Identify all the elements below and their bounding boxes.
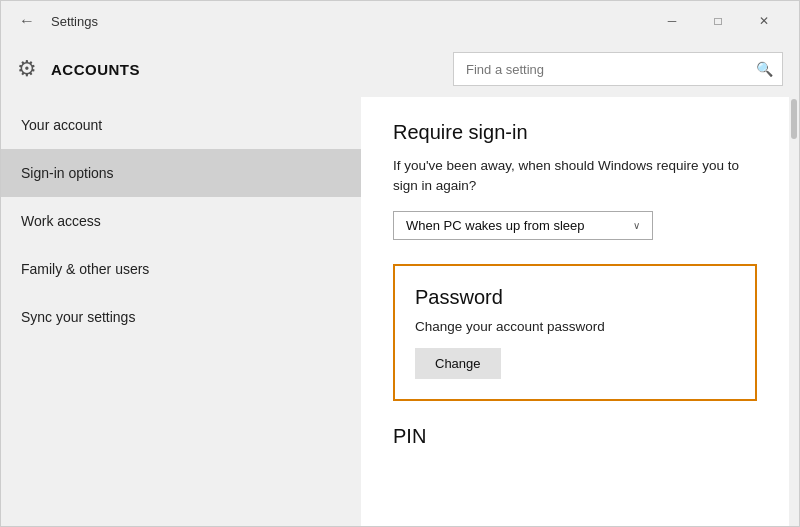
accounts-title: ACCOUNTS	[51, 61, 140, 78]
sleep-dropdown-value: When PC wakes up from sleep	[406, 218, 584, 233]
change-password-button[interactable]: Change	[415, 348, 501, 379]
sidebar-item-your-account[interactable]: Your account	[1, 101, 361, 149]
password-desc: Change your account password	[415, 319, 735, 334]
sidebar-item-work-access[interactable]: Work access	[1, 197, 361, 245]
require-signin-title: Require sign-in	[393, 121, 757, 144]
title-bar-title: Settings	[51, 14, 98, 29]
back-button[interactable]: ←	[13, 10, 41, 32]
main-area: Your account Sign-in options Work access…	[1, 97, 799, 526]
sidebar: Your account Sign-in options Work access…	[1, 97, 361, 526]
sidebar-item-sync-settings[interactable]: Sync your settings	[1, 293, 361, 341]
gear-icon: ⚙	[17, 56, 37, 82]
sleep-dropdown[interactable]: When PC wakes up from sleep ∨	[393, 211, 653, 240]
search-container: 🔍	[453, 52, 783, 86]
scrollbar-track[interactable]	[789, 97, 799, 526]
close-button[interactable]: ✕	[741, 6, 787, 36]
header-bar: ⚙ ACCOUNTS 🔍	[1, 41, 799, 97]
search-input[interactable]	[453, 52, 783, 86]
scrollbar-thumb[interactable]	[791, 99, 797, 139]
title-bar-controls: ─ □ ✕	[649, 6, 787, 36]
password-title: Password	[415, 286, 735, 309]
pin-title: PIN	[393, 425, 757, 448]
maximize-button[interactable]: □	[695, 6, 741, 36]
settings-window: ← Settings ─ □ ✕ ⚙ ACCOUNTS 🔍 Your accou…	[0, 0, 800, 527]
title-bar: ← Settings ─ □ ✕	[1, 1, 799, 41]
require-signin-desc: If you've been away, when should Windows…	[393, 156, 757, 197]
content-panel: Require sign-in If you've been away, whe…	[361, 97, 789, 526]
chevron-down-icon: ∨	[633, 220, 640, 231]
title-bar-left: ← Settings	[13, 10, 98, 32]
sidebar-item-sign-in-options[interactable]: Sign-in options	[1, 149, 361, 197]
search-icon: 🔍	[756, 61, 773, 77]
password-section: Password Change your account password Ch…	[393, 264, 757, 401]
sidebar-item-family-other-users[interactable]: Family & other users	[1, 245, 361, 293]
minimize-button[interactable]: ─	[649, 6, 695, 36]
